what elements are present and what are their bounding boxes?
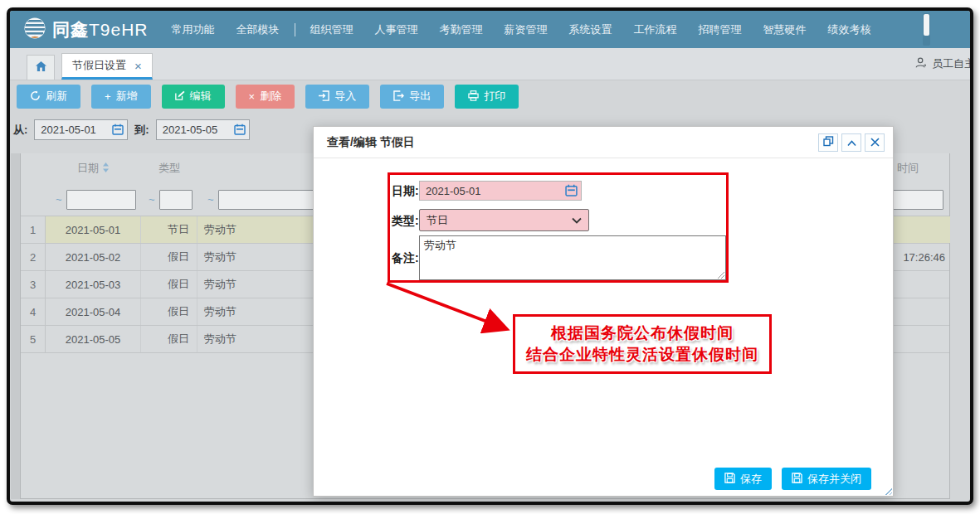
close-button[interactable] [865,133,885,152]
row-number: 4 [21,298,46,325]
note-field-label: 备注: [392,251,419,266]
holiday-date-field [419,181,582,201]
nav-item-all-modules[interactable]: 全部模块 [236,22,280,37]
hr-application-window: 同鑫T9eHR 常用功能 全部模块 组织管理 人事管理 考勤管理 薪资管理 系统… [10,11,970,502]
cell-type: 假日 [141,326,197,352]
floppy-icon [792,473,802,486]
nav-scrollbar[interactable] [923,13,930,46]
type-field-label: 类型: [392,214,419,229]
tab-holiday-settings[interactable]: 节假日设置 × [61,53,153,80]
floppy-icon [724,473,735,486]
cell-date: 2021-05-01 [46,216,141,243]
filter-type-input[interactable] [159,190,193,210]
nav-item-personnel[interactable]: 人事管理 [375,22,418,37]
nav-item-workflow[interactable]: 工作流程 [634,22,677,37]
header-date[interactable]: 日期 [46,161,141,176]
sort-icon[interactable] [102,162,110,175]
print-button[interactable]: 打印 [455,85,519,109]
annotation-line-2: 结合企业特性灵活设置休假时间 [526,344,758,366]
nav-item-org[interactable]: 组织管理 [310,22,353,37]
nav-menu: 常用功能 全部模块 组织管理 人事管理 考勤管理 薪资管理 系统设置 工作流程 … [172,22,871,37]
header-type[interactable]: 类型 [141,161,197,176]
calendar-icon[interactable] [565,184,578,200]
holiday-type-select[interactable]: 节日 [419,209,589,231]
dialog-resize-grip[interactable] [885,487,892,495]
save-and-close-button[interactable]: 保存并关闭 [782,468,871,490]
screenshot-frame: 同鑫T9eHR 常用功能 全部模块 组织管理 人事管理 考勤管理 薪资管理 系统… [7,7,973,505]
import-icon [319,90,329,103]
cell-type: 假日 [141,244,197,270]
holiday-note-field: 劳动节 [419,235,726,280]
x-icon: × [249,91,256,102]
collapse-button[interactable] [841,133,861,152]
dialog-title: 查看/编辑 节假日 [327,135,415,150]
cell-date: 2021-05-05 [46,326,141,352]
tab-home[interactable] [27,55,55,80]
from-date-field [34,119,128,140]
home-icon [35,61,47,75]
import-button[interactable]: 导入 [305,85,369,109]
nav-divider [295,23,295,36]
edit-holiday-dialog: 查看/编辑 节假日 日期: 类型: 节日 [313,126,894,497]
tab-label: 节假日设置 [72,58,126,73]
edit-icon [175,90,185,102]
row-number: 3 [21,271,46,298]
add-button[interactable]: + 新增 [91,85,151,109]
maximize-icon [823,135,834,150]
chevron-up-icon [847,135,856,150]
row-number: 1 [21,216,46,243]
nav-item-recruit[interactable]: 招聘管理 [699,22,742,37]
cell-date: 2021-05-03 [46,271,141,298]
nav-item-hardware[interactable]: 智慧硬件 [763,22,807,37]
save-button[interactable]: 保存 [714,468,772,490]
nav-item-attendance[interactable]: 考勤管理 [440,22,483,37]
brand-name: 同鑫T9eHR [52,18,149,41]
export-button[interactable]: 导出 [380,85,444,109]
refresh-icon [30,90,41,103]
user-icon [914,56,928,72]
plus-icon: + [105,91,111,102]
row-number: 5 [21,326,46,352]
cell-type: 假日 [141,298,197,325]
cell-date: 2021-05-02 [46,244,141,270]
tab-bar: 节假日设置 × 员工自主 [10,48,970,80]
holiday-date-input[interactable] [419,181,582,201]
calendar-icon[interactable] [234,124,246,138]
date-field-label: 日期: [392,184,419,199]
user-label: 员工自主 [932,56,970,71]
to-date-field [156,119,250,140]
nav-item-system[interactable]: 系统设置 [569,22,612,37]
refresh-button[interactable]: 刷新 [17,85,80,109]
annotation-callout: 根据国务院公布休假时间 结合企业特性灵活设置休假时间 [513,314,772,374]
chevron-down-icon [572,214,582,226]
delete-button[interactable]: × 删除 [236,85,295,109]
user-area[interactable]: 员工自主 [914,48,970,80]
holiday-note-textarea[interactable]: 劳动节 [419,235,726,280]
cell-type: 节日 [141,216,197,243]
to-label: 到: [134,123,149,138]
close-icon [870,135,880,150]
top-navbar: 同鑫T9eHR 常用功能 全部模块 组织管理 人事管理 考勤管理 薪资管理 系统… [10,11,970,48]
calendar-icon[interactable] [112,124,124,138]
filter-date: ~ [46,190,141,210]
print-icon [468,90,479,103]
export-icon [393,90,404,103]
nav-scrollbar-thumb[interactable] [924,14,929,36]
nav-item-performance[interactable]: 绩效考核 [828,22,871,37]
nav-item-common[interactable]: 常用功能 [172,22,215,37]
logo-globe-icon [23,17,46,43]
annotation-line-1: 根据国务院公布休假时间 [551,322,734,344]
brand-logo: 同鑫T9eHR [23,17,149,43]
nav-item-salary[interactable]: 薪资管理 [505,22,548,37]
filter-date-input[interactable] [66,190,136,210]
filter-type: ~ [141,190,197,210]
tab-close-icon[interactable]: × [134,59,142,73]
from-label: 从: [13,123,27,138]
maximize-button[interactable] [818,133,838,152]
row-number: 2 [21,244,46,270]
edit-button[interactable]: 编辑 [162,85,225,109]
cell-type: 假日 [141,271,197,298]
dialog-header[interactable]: 查看/编辑 节假日 [314,127,893,158]
table-left-gutter [11,153,21,499]
cell-date: 2021-05-04 [46,298,141,325]
